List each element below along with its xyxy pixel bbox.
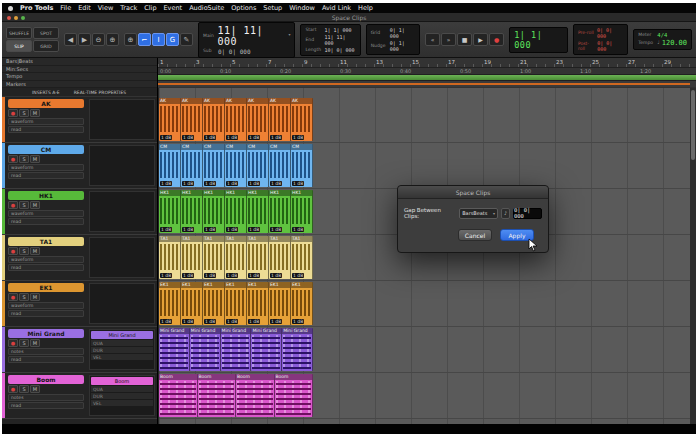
menu-item-edit[interactable]: Edit [78, 4, 91, 12]
track-name[interactable]: AK [8, 99, 84, 108]
ruler-row-bars-beats[interactable]: Bars|Beats [2, 58, 157, 66]
gap-units-select[interactable]: BarsBeats ▾ [459, 208, 498, 219]
main-counter-value[interactable]: 11| 11| 000 [218, 25, 287, 47]
audio-clip[interactable]: CM1 dB [269, 144, 291, 187]
marker-region[interactable] [158, 83, 690, 85]
menu-item-event[interactable]: Event [164, 4, 183, 12]
track-view-selector[interactable]: notes [8, 348, 84, 355]
audio-clip[interactable]: AK1 dB [203, 98, 225, 141]
record-button[interactable]: ● [489, 33, 504, 46]
mute-button[interactable]: M [30, 293, 40, 301]
track-name[interactable]: TA1 [8, 237, 84, 246]
audio-clip[interactable]: EK11 dB [269, 282, 291, 325]
scrollbar-thumb[interactable] [691, 90, 695, 160]
audio-clip[interactable]: CM1 dB [181, 144, 203, 187]
audio-clip[interactable]: CM1 dB [247, 144, 269, 187]
midi-clip[interactable]: Boom [198, 374, 237, 417]
window-title-bar[interactable]: Space Clips [2, 13, 696, 22]
audio-clip[interactable]: HK11 dB [225, 190, 247, 233]
stop-button[interactable]: ■ [457, 33, 472, 46]
automation-mode-selector[interactable]: read [8, 172, 84, 179]
midi-property-row[interactable]: DUR [91, 347, 153, 353]
mute-button[interactable]: M [30, 385, 40, 393]
audio-clip[interactable]: HK11 dB [203, 190, 225, 233]
audio-clip[interactable]: AK1 dB [159, 98, 181, 141]
midi-clip[interactable]: Boom [236, 374, 275, 417]
mute-button[interactable]: M [30, 201, 40, 209]
mode-button-shuffle[interactable]: SHUFFLE [6, 27, 32, 39]
dialog-title[interactable]: Space Clips [398, 186, 548, 199]
tempo-value[interactable]: 120.00 [662, 39, 687, 47]
end-value[interactable]: 11| 11| 000 [324, 34, 355, 46]
solo-button[interactable]: S [19, 201, 29, 209]
markers-ruler[interactable] [158, 81, 696, 87]
ruler-row-min-secs[interactable]: Min:Secs [2, 66, 157, 74]
record-enable-button[interactable]: ● [8, 201, 18, 209]
record-enable-button[interactable]: ● [8, 155, 18, 163]
track-name[interactable]: HK1 [8, 191, 84, 200]
gap-value-display[interactable]: 0| 0| 000 [513, 208, 542, 219]
solo-button[interactable]: S [19, 109, 29, 117]
automation-mode-selector[interactable]: read [8, 310, 84, 317]
menu-item-help[interactable]: Help [358, 4, 373, 12]
midi-property-row[interactable]: VEL [91, 400, 153, 406]
grabber-tool[interactable]: G [166, 33, 179, 46]
track-lane-ak[interactable]: AK1 dBAK1 dBAK1 dBAK1 dBAK1 dBAK1 dBAK1 … [159, 97, 696, 143]
audio-clip[interactable]: TA11 dB [225, 236, 247, 279]
minimize-window-button[interactable] [14, 16, 18, 20]
audio-clip[interactable]: CM1 dB [203, 144, 225, 187]
audio-clip[interactable]: TA11 dB [159, 236, 181, 279]
midi-property-row[interactable]: DUR [91, 393, 153, 399]
zoom-out-button[interactable]: ⊖ [92, 33, 105, 46]
automation-mode-selector[interactable]: read [8, 402, 84, 409]
ruler-row-markers[interactable]: Markers [2, 81, 157, 89]
solo-button[interactable]: S [19, 339, 29, 347]
track-name[interactable]: CM [8, 145, 84, 154]
midi-clip[interactable]: Mini Grand [190, 328, 221, 371]
grid-value[interactable]: 0| 1| 000 [390, 27, 415, 39]
menu-item-setup[interactable]: Setup [263, 4, 282, 12]
audio-clip[interactable]: TA11 dB [291, 236, 313, 279]
midi-property-row[interactable]: QUA [91, 386, 153, 392]
track-view-selector[interactable]: waveform [8, 164, 84, 171]
apple-menu-icon[interactable] [8, 6, 13, 11]
vertical-scrollbar[interactable] [690, 88, 696, 424]
start-value[interactable]: 1| 1| 000 [324, 27, 351, 33]
midi-clip[interactable]: Boom [159, 374, 198, 417]
track-view-selector[interactable]: waveform [8, 118, 84, 125]
track-view-selector[interactable]: waveform [8, 302, 84, 309]
zoom-left-arrow[interactable]: ◀ [64, 33, 77, 46]
instrument-patch-button[interactable]: Mini Grand [91, 331, 153, 339]
audio-clip[interactable]: AK1 dB [247, 98, 269, 141]
zoom-window-button[interactable] [21, 16, 25, 20]
min-secs-ruler[interactable]: 0:000:100:200:300:400:501:001:101:20 [158, 68, 696, 75]
midi-property-row[interactable]: VEL [91, 354, 153, 360]
solo-button[interactable]: S [19, 293, 29, 301]
menu-item-window[interactable]: Window [289, 4, 315, 12]
audio-clip[interactable]: EK11 dB [291, 282, 313, 325]
audio-clip[interactable]: CM1 dB [225, 144, 247, 187]
track-name[interactable]: Mini Grand [8, 329, 84, 338]
menu-item-options[interactable]: Options [231, 4, 256, 12]
audio-clip[interactable]: AK1 dB [269, 98, 291, 141]
track-lane-cm[interactable]: CM1 dBCM1 dBCM1 dBCM1 dBCM1 dBCM1 dBCM1 … [159, 143, 696, 189]
audio-clip[interactable]: EK11 dB [181, 282, 203, 325]
instrument-patch-button[interactable]: Boom [91, 377, 153, 385]
menu-item-clip[interactable]: Clip [144, 4, 156, 12]
automation-mode-selector[interactable]: read [8, 126, 84, 133]
audio-clip[interactable]: EK11 dB [203, 282, 225, 325]
midi-clip[interactable]: Mini Grand [159, 328, 190, 371]
close-window-button[interactable] [7, 16, 11, 20]
audio-clip[interactable]: TA11 dB [181, 236, 203, 279]
rewind-button[interactable]: « [425, 33, 440, 46]
length-value[interactable]: 10| 0| 000 [324, 47, 354, 53]
solo-button[interactable]: S [19, 155, 29, 163]
track-lane-boom[interactable]: BoomBoomBoomBoom [159, 373, 696, 419]
menu-item-file[interactable]: File [60, 4, 71, 12]
record-enable-button[interactable]: ● [8, 109, 18, 117]
audio-clip[interactable]: EK11 dB [247, 282, 269, 325]
sub-counter-value[interactable]: 0| 0| 000 [218, 48, 251, 55]
track-lane-ek1[interactable]: EK11 dBEK11 dBEK11 dBEK11 dBEK11 dBEK11 … [159, 281, 696, 327]
track-view-selector[interactable]: notes [8, 394, 84, 401]
post-roll-value[interactable]: 0| 0| 000 [597, 40, 623, 52]
